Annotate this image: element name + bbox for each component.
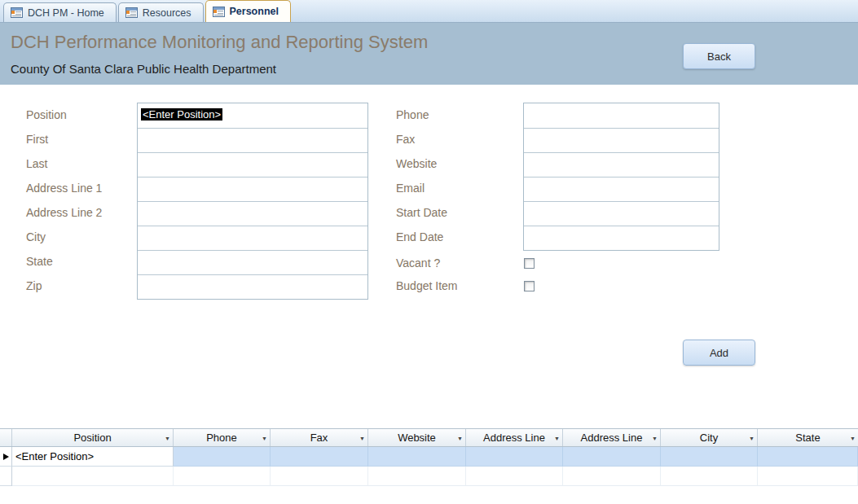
zip-input[interactable] [138, 274, 367, 299]
first-input[interactable] [138, 128, 367, 152]
budget-item-label: Budget Item [396, 274, 458, 298]
dropdown-arrow-icon[interactable]: ▼ [850, 429, 856, 446]
phone-input[interactable] [524, 103, 719, 128]
address-line-1-input[interactable] [138, 177, 367, 201]
form-icon [213, 7, 225, 17]
empty-cell[interactable] [466, 467, 563, 486]
column-header-address-line-1[interactable]: Address Line▼ [466, 429, 563, 446]
fax-label: Fax [396, 127, 447, 151]
column-header-website[interactable]: Website▼ [368, 429, 466, 446]
app-window: DCH PM - Home Resources Personnel DCH Pe… [0, 0, 858, 504]
address-line-2-input[interactable] [138, 201, 367, 226]
cell-address-line-1[interactable] [466, 447, 563, 467]
record-selector[interactable] [0, 467, 12, 486]
tab-bar: DCH PM - Home Resources Personnel [0, 0, 858, 23]
column-header-position[interactable]: Position▼ [12, 429, 174, 446]
empty-cell[interactable] [661, 467, 758, 486]
zip-label: Zip [26, 274, 102, 298]
tab-label: Resources [143, 7, 191, 19]
position-input[interactable]: <Enter Position> [138, 103, 367, 128]
column-header-label: Address Line [483, 432, 545, 444]
dropdown-arrow-icon[interactable]: ▼ [652, 429, 658, 446]
column-header-label: Phone [206, 432, 237, 444]
state-label: State [26, 249, 102, 274]
back-button[interactable]: Back [683, 43, 755, 69]
empty-cell[interactable] [174, 467, 271, 486]
state-input[interactable] [138, 250, 367, 274]
tab-label: DCH PM - Home [28, 7, 104, 19]
column-header-label: Position [73, 432, 111, 444]
tab-resources[interactable]: Resources [118, 2, 204, 22]
dropdown-arrow-icon[interactable]: ▼ [262, 429, 267, 446]
column-header-label: City [700, 432, 718, 444]
fax-input[interactable] [524, 128, 719, 152]
column-header-label: Website [398, 432, 436, 444]
empty-cell[interactable] [758, 467, 858, 486]
column-header-address-line-2[interactable]: Address Line▼ [563, 429, 661, 446]
first-label: First [26, 127, 102, 151]
column-header-label: State [795, 432, 820, 444]
right-input-column [523, 103, 719, 251]
email-label: Email [396, 176, 447, 200]
dropdown-arrow-icon[interactable]: ▼ [749, 429, 755, 446]
right-field-labels: Phone Fax Website Email Start Date End D… [396, 103, 447, 249]
last-input[interactable] [138, 152, 367, 177]
table-row-empty [0, 467, 858, 486]
empty-cell[interactable] [563, 467, 661, 486]
selected-text: <Enter Position> [141, 108, 222, 121]
datasheet: Position▼ Phone▼ Fax▼ Website▼ Address L… [0, 428, 858, 486]
column-header-city[interactable]: City▼ [661, 429, 758, 446]
address-line-1-label: Address Line 1 [26, 176, 102, 200]
city-input[interactable] [138, 226, 367, 250]
datasheet-header-row: Position▼ Phone▼ Fax▼ Website▼ Address L… [0, 428, 858, 447]
cell-state[interactable] [758, 447, 858, 467]
email-input[interactable] [524, 177, 719, 201]
cell-phone[interactable] [174, 447, 271, 467]
add-button[interactable]: Add [683, 340, 755, 366]
page-title: DCH Performance Monitoring and Reporting… [11, 32, 428, 53]
tab-dch-pm-home[interactable]: DCH PM - Home [3, 2, 117, 22]
dropdown-arrow-icon[interactable]: ▼ [165, 429, 170, 446]
empty-cell[interactable] [12, 467, 174, 486]
website-input[interactable] [524, 152, 719, 177]
dropdown-arrow-icon[interactable]: ▼ [359, 429, 365, 446]
column-header-fax[interactable]: Fax▼ [271, 429, 368, 446]
last-label: Last [26, 151, 102, 176]
empty-cell[interactable] [271, 467, 368, 486]
cell-position[interactable]: <Enter Position> [12, 447, 174, 467]
column-header-label: Fax [310, 432, 328, 444]
start-date-label: Start Date [396, 200, 447, 225]
end-date-input[interactable] [524, 226, 719, 250]
record-selector[interactable] [0, 447, 12, 467]
tab-label: Personnel [230, 6, 279, 17]
cell-address-line-2[interactable] [563, 447, 661, 467]
dropdown-arrow-icon[interactable]: ▼ [457, 429, 463, 446]
tab-personnel[interactable]: Personnel [205, 0, 291, 22]
position-label: Position [26, 103, 102, 127]
form-icon [125, 7, 138, 18]
vacant-label: Vacant ? [396, 251, 440, 275]
city-label: City [26, 225, 102, 249]
cell-fax[interactable] [271, 447, 368, 467]
address-line-2-label: Address Line 2 [26, 200, 102, 225]
table-row: <Enter Position> [0, 447, 858, 467]
dropdown-arrow-icon[interactable]: ▼ [554, 429, 560, 446]
datasheet-corner[interactable] [0, 429, 12, 446]
start-date-input[interactable] [524, 201, 719, 226]
current-record-marker-icon [3, 454, 9, 460]
form-icon [11, 7, 23, 18]
column-header-state[interactable]: State▼ [758, 429, 858, 446]
website-label: Website [396, 151, 447, 176]
cell-website[interactable] [368, 447, 466, 467]
left-input-column: <Enter Position> [137, 103, 368, 300]
budget-item-checkbox[interactable] [524, 281, 535, 291]
column-header-label: Address Line [581, 432, 643, 444]
page-subtitle: County Of Santa Clara Public Health Depa… [11, 62, 276, 76]
end-date-label: End Date [396, 225, 447, 249]
empty-cell[interactable] [368, 467, 466, 486]
column-header-phone[interactable]: Phone▼ [174, 429, 271, 446]
cell-city[interactable] [661, 447, 758, 467]
left-field-labels: Position First Last Address Line 1 Addre… [26, 103, 102, 298]
vacant-checkbox[interactable] [524, 258, 535, 269]
phone-label: Phone [396, 103, 447, 127]
